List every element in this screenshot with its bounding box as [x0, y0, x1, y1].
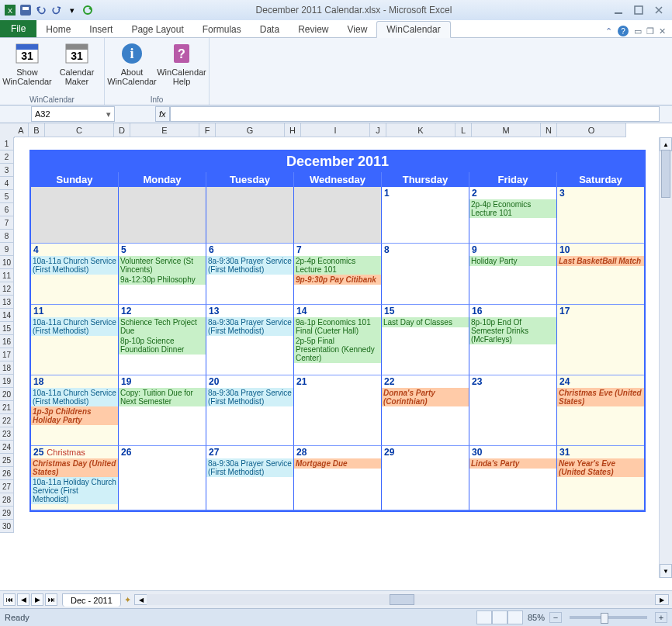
calendar-cell[interactable] — [31, 187, 119, 244]
calendar-cell[interactable]: 1 — [382, 187, 469, 244]
zoom-in-button[interactable]: + — [655, 612, 667, 623]
calendar-cell[interactable]: 19Copy: Tuition Due for Next Semester — [119, 375, 206, 446]
calendar-cell[interactable]: 21 — [294, 375, 382, 446]
row-header-4[interactable]: 4 — [0, 177, 14, 190]
zoom-out-button[interactable]: − — [549, 612, 562, 623]
calendar-event[interactable]: 2p-4p Economics Lecture 101 — [294, 256, 381, 275]
excel-icon[interactable]: X — [3, 3, 17, 17]
sheet-nav-prev-icon[interactable]: ◀ — [17, 593, 29, 606]
col-header-K[interactable]: K — [386, 123, 456, 137]
col-header-I[interactable]: I — [301, 123, 370, 137]
row-header-12[interactable]: 12 — [0, 282, 14, 296]
calendar-event[interactable]: 8p-10p End Of Semester Drinks (McFarleys… — [469, 317, 556, 344]
calendar-cell[interactable]: 22Donna's Party (Corinthian) — [382, 375, 469, 446]
row-header-2[interactable]: 2 — [0, 150, 14, 164]
calendar-maker-button[interactable]: 31 Calendar Maker — [53, 40, 101, 95]
col-header-G[interactable]: G — [216, 123, 285, 137]
normal-view-button[interactable] — [476, 610, 492, 624]
row-header-25[interactable]: 25 — [0, 454, 14, 467]
row-header-19[interactable]: 19 — [0, 375, 14, 388]
tab-file[interactable]: File — [0, 20, 36, 37]
row-header-16[interactable]: 16 — [0, 335, 14, 348]
calendar-cell[interactable]: 12Schience Tech Project Due8p-10p Scienc… — [119, 305, 206, 375]
col-header-H[interactable]: H — [285, 123, 301, 137]
calendar-cell[interactable]: 23 — [469, 375, 557, 446]
wincalendar-help-button[interactable]: ? WinCalendar Help — [158, 40, 206, 95]
page-break-view-button[interactable] — [507, 610, 523, 624]
row-header-8[interactable]: 8 — [0, 230, 14, 243]
calendar-event[interactable]: 9a-1p Economics 101 Final (Cueter Hall) — [294, 317, 381, 336]
scroll-down-icon[interactable]: ▼ — [660, 564, 672, 578]
window-min-icon[interactable]: ▭ — [634, 26, 642, 36]
sheet-tab-dec-2011[interactable]: Dec - 2011 — [62, 593, 121, 607]
calendar-event[interactable]: Linda's Party — [469, 458, 556, 469]
row-header-21[interactable]: 21 — [0, 401, 14, 414]
calendar-cell[interactable]: 208a-9:30a Prayer Service (First Methodi… — [206, 375, 294, 446]
row-header-24[interactable]: 24 — [0, 441, 14, 454]
row-header-14[interactable]: 14 — [0, 309, 14, 322]
calendar-event[interactable]: 2p-4p Economics Lecture 101 — [469, 199, 556, 218]
calendar-event[interactable]: 9a-12:30p Philosophy — [119, 275, 206, 285]
row-header-13[interactable]: 13 — [0, 296, 14, 309]
scroll-right-icon[interactable]: ▶ — [655, 594, 669, 605]
calendar-cell[interactable]: 17 — [557, 305, 644, 375]
fx-button[interactable]: fx — [155, 106, 170, 122]
row-header-22[interactable]: 22 — [0, 414, 14, 427]
formula-input[interactable] — [170, 106, 660, 122]
calendar-event[interactable]: 1p-3p Childrens Holiday Party — [31, 406, 118, 425]
calendar-event[interactable]: 10a-11a Church Service (First Methodist) — [31, 388, 118, 406]
calendar-event[interactable]: Copy: Tuition Due for Next Semester — [119, 388, 206, 406]
calendar-event[interactable]: Donna's Party (Corinthian) — [382, 388, 469, 406]
show-wincalendar-button[interactable]: 31 Show WinCalendar — [3, 40, 51, 95]
col-header-M[interactable]: M — [472, 123, 541, 137]
select-all-corner[interactable] — [0, 123, 15, 138]
cells-viewport[interactable]: December 2011 SundayMondayTuesdayWednesd… — [14, 137, 660, 578]
calendar-cell[interactable]: 9Holiday Party — [469, 244, 557, 305]
tab-formulas[interactable]: Formulas — [193, 22, 251, 37]
row-header-1[interactable]: 1 — [0, 137, 14, 150]
qat-dropdown-icon[interactable]: ▾ — [65, 3, 79, 17]
calendar-cell[interactable]: 138a-9:30a Prayer Service (First Methodi… — [206, 305, 294, 375]
calendar-event[interactable]: 8a-9:30a Prayer Service (First Methodist… — [206, 458, 293, 477]
calendar-cell[interactable]: 68a-9:30a Prayer Service (First Methodis… — [206, 244, 294, 305]
calendar-cell[interactable] — [119, 187, 206, 244]
row-header-23[interactable]: 23 — [0, 427, 14, 441]
calendar-event[interactable]: 8a-9:30a Prayer Service (First Methodist… — [206, 388, 293, 406]
calendar-event[interactable]: Volunteer Service (St Vincents) — [119, 256, 206, 275]
row-header-30[interactable]: 30 — [0, 520, 14, 533]
calendar-cell[interactable]: 278a-9:30a Prayer Service (First Methodi… — [206, 446, 294, 510]
calendar-event[interactable]: Mortgage Due — [294, 458, 381, 469]
tab-review[interactable]: Review — [289, 22, 338, 37]
calendar-cell[interactable]: 31New Year's Eve (United States) — [557, 446, 644, 510]
calendar-event[interactable]: 9p-9:30p Pay Citibank — [294, 275, 381, 285]
calendar-cell[interactable]: 22p-4p Economics Lecture 101 — [469, 187, 557, 244]
tab-view[interactable]: View — [338, 22, 377, 37]
row-header-29[interactable]: 29 — [0, 507, 14, 520]
row-header-27[interactable]: 27 — [0, 480, 14, 493]
close-icon[interactable] — [653, 5, 664, 16]
calendar-event[interactable]: 10a-11a Church Service (First Methodist) — [31, 256, 118, 275]
calendar-cell[interactable]: 10Last BasketBall Match — [557, 244, 644, 305]
row-header-28[interactable]: 28 — [0, 493, 14, 507]
calendar-event[interactable]: 10a-11a Holiday Church Service (First Me… — [31, 477, 118, 504]
col-header-E[interactable]: E — [130, 123, 199, 137]
calendar-event[interactable]: 8a-9:30a Prayer Service (First Methodist… — [206, 256, 293, 275]
calendar-cell[interactable]: 15Last Day of Classes — [382, 305, 469, 375]
row-header-26[interactable]: 26 — [0, 467, 14, 480]
zoom-level[interactable]: 85% — [528, 613, 545, 622]
restore-window-icon[interactable]: ❐ — [646, 26, 654, 36]
help-icon[interactable]: ? — [617, 25, 629, 37]
tab-page-layout[interactable]: Page Layout — [122, 22, 192, 37]
col-header-J[interactable]: J — [370, 123, 386, 137]
refresh-icon[interactable] — [81, 3, 95, 17]
minimize-ribbon-icon[interactable]: ⌃ — [605, 26, 612, 36]
calendar-event[interactable]: New Year's Eve (United States) — [557, 458, 644, 477]
calendar-cell[interactable]: 29 — [382, 446, 469, 510]
calendar-cell[interactable]: 26 — [119, 446, 206, 510]
redo-icon[interactable] — [50, 3, 64, 17]
horizontal-scrollbar[interactable]: ◀ ▶ — [134, 594, 669, 605]
calendar-cell[interactable]: 149a-1p Economics 101 Final (Cueter Hall… — [294, 305, 382, 375]
calendar-cell[interactable]: 168p-10p End Of Semester Drinks (McFarle… — [469, 305, 557, 375]
undo-icon[interactable] — [34, 3, 48, 17]
new-sheet-icon[interactable]: ✦ — [124, 595, 131, 605]
